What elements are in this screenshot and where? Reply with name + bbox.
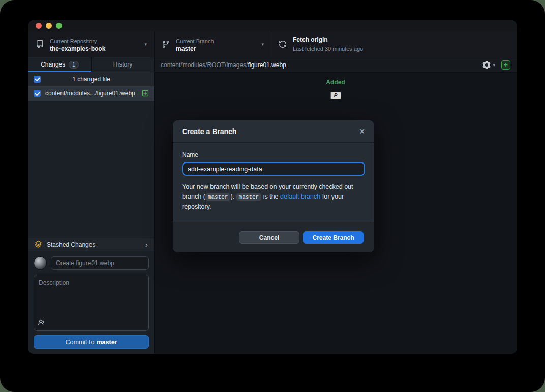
sync-icon [279,40,287,48]
chevron-down-icon: ▾ [493,62,495,68]
changes-count-badge: 1 [69,61,79,69]
gear-icon [482,61,491,69]
chevron-down-icon: ▾ [261,42,264,47]
stash-icon [35,241,42,248]
tab-history-label: History [113,61,132,68]
current-repository-label: Current Repository [50,38,97,44]
chevron-right-icon: › [145,241,148,248]
file-list-empty-area [28,101,154,238]
diff-path-filename: figure01.webp [248,61,286,69]
chevron-down-icon: ▾ [144,42,147,47]
branch-name-label: Name [182,151,365,158]
desktop-backdrop: Current Repository the-examples-book ▾ C… [0,0,545,392]
add-coauthor-icon[interactable] [38,319,46,326]
close-window-button[interactable] [36,23,42,29]
stashed-changes-row[interactable]: Stashed Changes › [28,238,154,251]
branch-name-input[interactable] [182,162,365,176]
close-icon[interactable]: ✕ [359,128,365,135]
git-branch-icon [162,40,170,48]
zoom-window-button[interactable] [56,23,62,29]
dialog-header: Create a Branch ✕ [173,120,374,143]
current-repository-value: the-examples-book [50,45,141,53]
stashed-changes-label: Stashed Changes [47,241,145,248]
tab-history[interactable]: History [91,57,154,72]
commit-button-prefix: Commit to [66,339,95,346]
tab-changes-label: Changes [41,61,65,68]
description-part3: is the [261,193,280,200]
file-name: content/modules.../figure01.webp [45,90,142,97]
file-added-status-icon [142,90,149,97]
changed-file-row[interactable]: content/modules.../figure01.webp [28,86,154,101]
fetch-origin-button[interactable]: Fetch origin Last fetched 30 minutes ago [271,31,517,57]
commit-form: Commit to master [28,251,154,354]
user-avatar [34,256,47,270]
sidebar-tabs: Changes 1 History [28,57,154,72]
diff-header: content/modules/ROOT/images/figure01.web… [155,57,517,73]
cancel-button[interactable]: Cancel [239,231,299,244]
tab-changes[interactable]: Changes 1 [28,57,91,72]
file-checkbox[interactable] [34,90,41,97]
description-part2: ). [230,193,236,200]
current-branch-dropdown[interactable]: Current Branch master ▾ [155,31,271,57]
toolbar: Current Repository the-examples-book ▾ C… [28,31,517,57]
select-all-checkbox[interactable] [34,76,41,83]
changed-files-summary: 1 changed file [28,76,154,83]
diff-image-thumbnail: P [330,92,341,99]
commit-description-input[interactable] [34,275,149,331]
current-branch-value: master [176,45,258,53]
changed-files-summary-row: 1 changed file [28,72,154,86]
sidebar: Changes 1 History 1 changed file content… [28,57,155,354]
app-window: Current Repository the-examples-book ▾ C… [28,20,517,354]
dialog-description: Your new branch will be based on your cu… [182,182,365,212]
file-added-indicator-icon: + [501,60,510,70]
commit-button-branch: master [96,339,117,346]
fetch-origin-label: Fetch origin [293,36,509,44]
repo-icon [36,40,44,48]
current-repository-dropdown[interactable]: Current Repository the-examples-book ▾ [28,31,155,57]
create-branch-dialog: Create a Branch ✕ Name Your new branch w… [173,120,374,252]
dialog-body: Name Your new branch will be based on yo… [173,143,374,212]
inline-code-master: master [205,193,231,201]
dialog-footer: Cancel Create Branch [173,222,374,252]
dialog-title: Create a Branch [182,127,359,136]
commit-summary-input[interactable] [51,256,149,270]
diff-file-path: content/modules/ROOT/images/figure01.web… [161,61,482,69]
fetch-origin-sublabel: Last fetched 30 minutes ago [293,46,363,52]
default-branch-link[interactable]: default branch [280,193,320,200]
inline-code-master: master [236,193,262,201]
minimize-window-button[interactable] [46,23,52,29]
title-bar [28,20,517,31]
diff-path-dir: content/modules/ROOT/images/ [161,61,248,69]
commit-button[interactable]: Commit to master [34,335,149,349]
create-branch-button[interactable]: Create Branch [303,231,364,244]
current-branch-label: Current Branch [176,38,214,44]
diff-options-button[interactable]: ▾ [482,61,495,69]
diff-status-label: Added [326,79,345,86]
